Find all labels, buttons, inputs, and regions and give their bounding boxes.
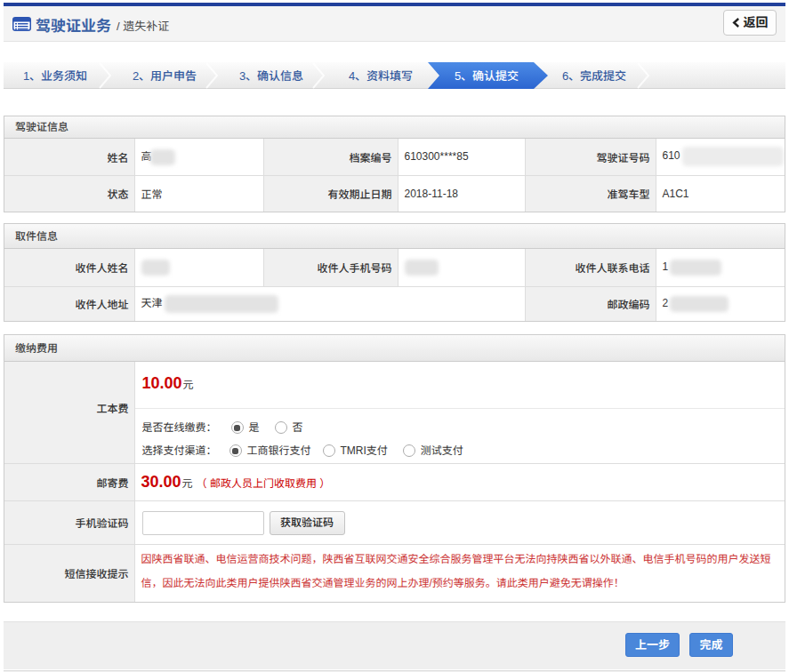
svg-text:5、确认提交: 5、确认提交 (455, 69, 519, 83)
svg-text:3、确认信息: 3、确认信息 (239, 69, 303, 83)
svg-text:4、资料填写: 4、资料填写 (349, 69, 413, 83)
svg-text:6、完成提交: 6、完成提交 (562, 69, 626, 83)
svg-text:1、业务须知: 1、业务须知 (23, 69, 87, 83)
svg-text:2、用户申告: 2、用户申告 (133, 69, 197, 83)
